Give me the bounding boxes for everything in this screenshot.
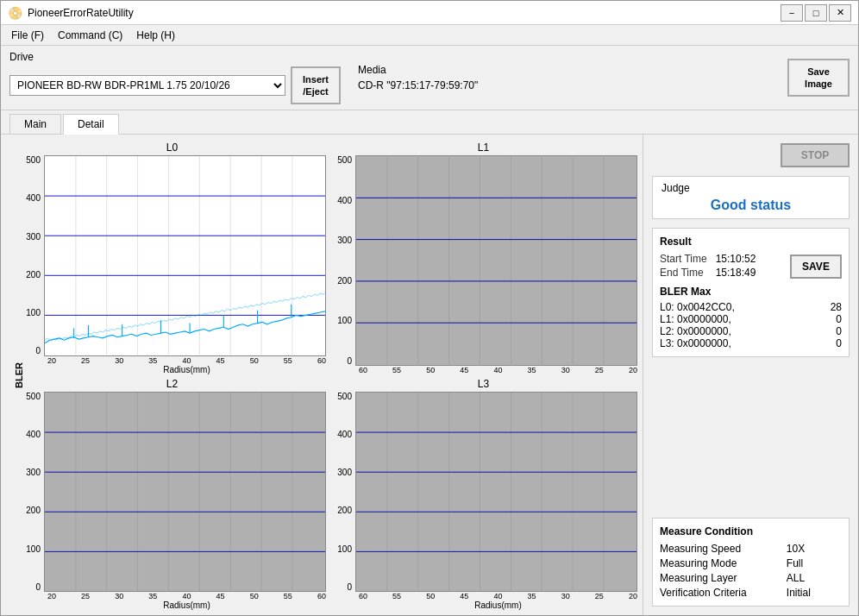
close-button[interactable]: ✕	[829, 4, 851, 22]
chart-l3-inner	[355, 392, 637, 593]
media-group: Media CD-R "97:15:17-79:59:70"	[358, 64, 770, 91]
result-title: Result	[660, 236, 756, 248]
chart-l0-title: L0	[18, 141, 326, 154]
menu-command[interactable]: Command (C)	[51, 28, 129, 43]
y-label: 400	[26, 193, 41, 203]
bler-y-axis-label: BLER	[14, 362, 24, 388]
measure-section: Measure Condition Measuring Speed 10X Me…	[652, 518, 850, 607]
chart-l0-inner	[44, 155, 326, 356]
title-bar-left: 📀 PioneerErrorRateUtility	[8, 6, 134, 20]
spacer	[652, 366, 850, 509]
stop-button[interactable]: STOP	[781, 143, 850, 167]
chart-l3: L3 500 400 300 200 100 0	[328, 376, 639, 613]
maximize-button[interactable]: □	[805, 4, 827, 22]
result-header-row: Result Start Time 15:10:52 End Time 15:1…	[660, 236, 842, 279]
charts-grid: L0 500 400 300 200 100 0	[4, 140, 639, 612]
chart-l1-inner	[355, 155, 637, 366]
chart-l3-x-axis-label: Radius(mm)	[329, 600, 637, 610]
chart-l2-x-labels: 20 25 30 35 40 45 50 55 60	[18, 592, 326, 600]
result-section: Result Start Time 15:10:52 End Time 15:1…	[652, 228, 850, 357]
bler-l0-value: 28	[831, 301, 842, 313]
svg-rect-33	[45, 393, 325, 592]
stop-row: STOP	[652, 143, 850, 167]
svg-rect-20	[356, 156, 636, 365]
save-button[interactable]: SAVE	[790, 255, 842, 279]
y-label: 300	[26, 232, 41, 242]
measuring-speed-label: Measuring Speed	[660, 543, 778, 555]
chart-l0-x-axis-label: Radius(mm)	[18, 365, 326, 374]
tabs-bar: Main Detail	[1, 110, 858, 135]
result-grid: Start Time 15:10:52 End Time 15:18:49	[660, 253, 756, 279]
tab-main[interactable]: Main	[9, 114, 61, 134]
bler-l3-key: L3: 0x0000000,	[660, 337, 731, 349]
judge-label: Judge	[661, 182, 840, 194]
bler-l2-key: L2: 0x0000000,	[660, 325, 731, 337]
window-title: PioneerErrorRateUtility	[28, 7, 134, 19]
measuring-mode-value: Full	[787, 557, 842, 569]
bler-l1-value: 0	[836, 313, 842, 325]
menu-bar: File (F) Command (C) Help (H)	[1, 25, 858, 46]
bler-l0-row: L0: 0x0042CC0, 28	[660, 301, 842, 313]
measure-grid: Measuring Speed 10X Measuring Mode Full …	[660, 543, 842, 599]
main-window: 📀 PioneerErrorRateUtility − □ ✕ File (F)…	[0, 0, 859, 616]
bler-l3-value: 0	[836, 337, 842, 349]
bler-l0-key: L0: 0x0042CC0,	[660, 301, 735, 313]
bler-max-section: BLER Max L0: 0x0042CC0, 28 L1: 0x0000000…	[660, 286, 842, 349]
svg-rect-46	[356, 393, 636, 592]
y-label: 100	[26, 308, 41, 317]
media-label: Media	[358, 64, 770, 76]
bler-l2-row: L2: 0x0000000, 0	[660, 325, 842, 337]
drive-label: Drive	[9, 51, 341, 63]
chart-l2-y-axis: 500 400 300 200 100 0	[18, 392, 44, 593]
menu-help[interactable]: Help (H)	[129, 28, 182, 43]
y-label: 0	[35, 346, 41, 355]
measure-title: Measure Condition	[660, 525, 842, 537]
bler-l2-value: 0	[836, 325, 842, 337]
bler-l1-row: L1: 0x0000000, 0	[660, 313, 842, 325]
result-left: Result Start Time 15:10:52 End Time 15:1…	[660, 236, 756, 279]
measuring-layer-label: Measuring Layer	[660, 572, 778, 584]
save-image-button[interactable]: SaveImage	[787, 59, 850, 97]
end-time-label: End Time	[660, 267, 707, 279]
chart-l3-x-labels: 60 55 50 45 40 35 30 25 20	[329, 592, 637, 600]
insert-eject-button[interactable]: Insert/Eject	[291, 66, 341, 104]
tab-detail[interactable]: Detail	[63, 114, 119, 135]
title-bar-controls: − □ ✕	[781, 4, 851, 22]
drive-select[interactable]: PIONEER BD-RW BDR-PR1ML 1.75 20/10/26	[9, 75, 285, 96]
chart-l0-y-axis: 500 400 300 200 100 0	[18, 155, 44, 356]
y-label: 500	[26, 155, 41, 165]
media-value: CD-R "97:15:17-79:59:70"	[358, 79, 770, 91]
start-time-label: Start Time	[660, 253, 707, 265]
toolbar: Drive PIONEER BD-RW BDR-PR1ML 1.75 20/10…	[1, 46, 858, 110]
verification-criteria-value: Initial	[787, 587, 842, 599]
start-time-value: 15:10:52	[716, 253, 756, 265]
chart-l0: L0 500 400 300 200 100 0	[16, 140, 328, 376]
right-panel: STOP Judge Good status Result Start Time…	[643, 135, 858, 615]
bler-l1-key: L1: 0x0000000,	[660, 313, 731, 325]
chart-l3-title: L3	[329, 378, 637, 390]
menu-file[interactable]: File (F)	[4, 28, 51, 43]
app-icon: 📀	[8, 6, 22, 20]
end-time-value: 15:18:49	[716, 267, 756, 279]
chart-l1-x-labels: 60 55 50 45 40 35 30 25 20	[329, 366, 637, 374]
charts-area: BLER L0 500 400 300 200 100 0	[1, 135, 643, 615]
minimize-button[interactable]: −	[781, 4, 803, 22]
judge-section: Judge Good status	[652, 176, 850, 219]
chart-l2: L2 500 400 300 200 100 0	[16, 376, 328, 613]
chart-l2-title: L2	[18, 378, 326, 390]
judge-status: Good status	[661, 198, 840, 213]
measuring-mode-label: Measuring Mode	[660, 557, 778, 569]
chart-l1-y-axis: 500 400 300 200 100 0	[329, 155, 355, 366]
measuring-speed-value: 10X	[787, 543, 842, 555]
title-bar: 📀 PioneerErrorRateUtility − □ ✕	[1, 1, 858, 25]
verification-criteria-label: Verification Criteria	[660, 587, 778, 599]
chart-l1-title: L1	[329, 141, 637, 154]
bler-l3-row: L3: 0x0000000, 0	[660, 337, 842, 349]
chart-l2-x-axis-label: Radius(mm)	[18, 600, 326, 610]
chart-l2-inner	[44, 392, 326, 593]
chart-l3-y-axis: 500 400 300 200 100 0	[329, 392, 355, 593]
chart-l1: L1 500 400 300 200 100 0	[328, 140, 639, 376]
main-content: BLER L0 500 400 300 200 100 0	[1, 135, 858, 615]
y-label: 200	[26, 270, 41, 280]
bler-max-title: BLER Max	[660, 286, 842, 298]
